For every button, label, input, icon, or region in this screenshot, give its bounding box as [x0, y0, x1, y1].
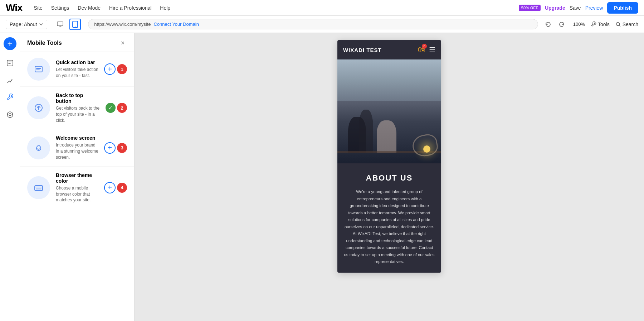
menu-hire[interactable]: Hire a Professional	[109, 5, 151, 11]
browser-theme-actions: + 4	[104, 182, 127, 193]
svg-rect-4	[7, 60, 13, 66]
main-layout: + Mobile Tools	[0, 33, 644, 321]
url-bar: https://www.wix.com/mysite Connect Your …	[88, 19, 538, 29]
browser-theme-step-badge: 4	[117, 183, 127, 193]
redo-button[interactable]	[556, 19, 567, 30]
welcome-screen-icon	[27, 136, 50, 159]
quick-action-actions: + 1	[104, 63, 127, 75]
undo-redo-group	[542, 19, 567, 30]
toolbar-right: 100% Tools Search	[542, 19, 638, 30]
phone-hero-image	[337, 59, 441, 163]
about-title: ABOUT US	[343, 173, 435, 183]
page-selector-label: Page: About	[10, 21, 37, 27]
publish-button[interactable]: Publish	[607, 2, 638, 14]
svg-rect-0	[57, 22, 63, 26]
quick-action-add-button[interactable]: +	[104, 63, 116, 75]
connect-domain-link[interactable]: Connect Your Domain	[154, 21, 199, 27]
browser-theme-add-button[interactable]: +	[104, 182, 116, 193]
zoom-level: 100%	[573, 21, 585, 27]
back-to-top-icon	[27, 96, 50, 119]
second-toolbar: Page: About https://www.wix.com/mysite C…	[0, 16, 644, 33]
chevron-down-icon	[39, 22, 43, 27]
panel-title: Mobile Tools	[27, 40, 62, 46]
phone-nav-icons: 🛍 0 ☰	[418, 45, 435, 54]
welcome-screen-actions: + 3	[104, 142, 127, 154]
quick-action-desc: Let visitors take action on your site - …	[56, 67, 98, 79]
tool-item-back-to-top: Back to top button Get visitors back to …	[20, 87, 134, 129]
back-to-top-check-icon: ✓	[106, 103, 116, 113]
back-to-top-desc: Get visitors back to the top of your sit…	[56, 105, 100, 123]
desktop-view-icon[interactable]	[54, 19, 66, 30]
quick-action-name: Quick action bar	[56, 59, 98, 65]
tool-item-welcome-screen: Welcome screen Introduce your brand in a…	[20, 129, 134, 166]
welcome-screen-add-button[interactable]: +	[104, 142, 116, 154]
top-menu-bar: Wix Site Settings Dev Mode Hire a Profes…	[0, 0, 644, 16]
search-label: Search	[623, 21, 638, 27]
preview-button[interactable]: Preview	[585, 5, 603, 11]
add-element-button[interactable]: +	[4, 37, 16, 50]
menu-site[interactable]: Site	[34, 5, 43, 11]
svg-rect-8	[36, 71, 41, 72]
cart-wrapper: 🛍 0	[418, 45, 425, 54]
menu-help[interactable]: Help	[160, 5, 170, 11]
close-panel-button[interactable]: ×	[118, 39, 127, 47]
phone-nav-bar: WIXADI TEST 🛍 0 ☰	[337, 40, 441, 59]
welcome-screen-info: Welcome screen Introduce your brand in a…	[56, 135, 98, 160]
panel-header: Mobile Tools ×	[20, 33, 134, 52]
svg-point-2	[75, 27, 75, 27]
browser-theme-icon	[27, 176, 50, 199]
sidebar-tools-icon[interactable]	[3, 90, 17, 105]
quick-action-icon	[27, 58, 50, 81]
upgrade-link[interactable]: Upgrade	[545, 5, 565, 11]
welcome-screen-step-badge: 3	[117, 143, 127, 153]
wix-logo: Wix	[6, 2, 23, 14]
sidebar-media-icon[interactable]	[3, 107, 17, 122]
svg-point-3	[616, 22, 619, 25]
welcome-screen-name: Welcome screen	[56, 135, 98, 141]
quick-action-step-badge: 1	[117, 64, 127, 74]
hamburger-menu-icon[interactable]: ☰	[429, 45, 435, 54]
back-to-top-actions: ✓ 2	[106, 103, 127, 113]
undo-button[interactable]	[542, 19, 554, 30]
welcome-screen-desc: Introduce your brand in a stunning welco…	[56, 142, 98, 160]
phone-preview: WIXADI TEST 🛍 0 ☰	[337, 40, 441, 273]
tool-item-browser-theme: Browser theme color Choose a mobile brow…	[20, 167, 134, 209]
svg-point-6	[9, 114, 11, 116]
left-sidebar: +	[0, 33, 20, 321]
about-text: We're a young and talented group of entr…	[343, 188, 435, 265]
discount-badge: 50% OFF	[519, 5, 541, 11]
tools-label: Tools	[598, 21, 610, 27]
back-to-top-step-badge: 2	[117, 103, 127, 113]
menu-settings[interactable]: Settings	[51, 5, 69, 11]
sidebar-pages-icon[interactable]	[3, 56, 17, 70]
tool-item-quick-action: Quick action bar Let visitors take actio…	[20, 52, 134, 87]
page-selector[interactable]: Page: About	[6, 20, 47, 29]
cart-count-badge: 0	[422, 44, 427, 49]
back-to-top-name: Back to top button	[56, 92, 100, 104]
save-button[interactable]: Save	[570, 5, 581, 11]
search-button[interactable]: Search	[615, 21, 638, 27]
quick-action-info: Quick action bar Let visitors take actio…	[56, 59, 98, 79]
back-to-top-info: Back to top button Get visitors back to …	[56, 92, 100, 123]
tools-button[interactable]: Tools	[591, 21, 610, 27]
browser-theme-info: Browser theme color Choose a mobile brow…	[56, 172, 98, 203]
menu-devmode[interactable]: Dev Mode	[78, 5, 101, 11]
view-toggle	[54, 19, 81, 30]
mobile-tools-panel: Mobile Tools × Quick action bar Let visi…	[20, 33, 135, 321]
url-text: https://www.wix.com/mysite	[94, 21, 151, 27]
browser-theme-desc: Choose a mobile browser color that match…	[56, 185, 98, 203]
browser-theme-name: Browser theme color	[56, 172, 98, 184]
canvas-area: WIXADI TEST 🛍 0 ☰	[135, 33, 644, 321]
phone-about-section: ABOUT US We're a young and talented grou…	[337, 163, 441, 273]
sidebar-design-icon[interactable]	[3, 73, 17, 87]
top-right-actions: 50% OFF Upgrade Save Preview Publish	[519, 2, 638, 14]
svg-rect-11	[36, 188, 42, 190]
mobile-view-icon[interactable]	[69, 19, 81, 30]
phone-brand-name: WIXADI TEST	[343, 47, 382, 53]
